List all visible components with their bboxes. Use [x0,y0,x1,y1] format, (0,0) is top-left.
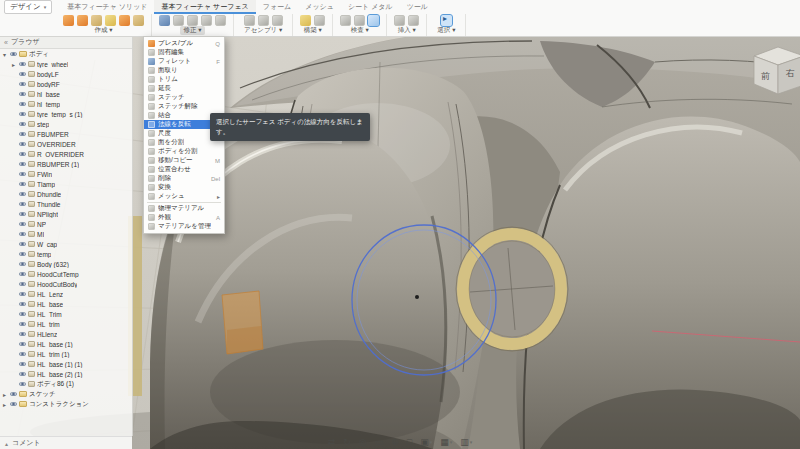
tab-0[interactable]: 基本フィーチャ ソリッド [60,0,154,14]
measure-icon[interactable] [340,15,351,26]
viewcube-right-label[interactable]: 右 [785,68,795,78]
visibility-eye-icon[interactable] [19,282,26,286]
orbit-icon[interactable]: ↻ [343,437,351,447]
revolve-icon[interactable] [77,15,88,26]
tree-row[interactable]: OVERRIDER [0,139,132,149]
comment-bar[interactable]: ▴ コメント [0,436,132,449]
visibility-eye-icon[interactable] [19,302,26,306]
design-menu-button[interactable]: デザイン ▾ [4,0,52,14]
fit-icon[interactable]: □ [407,437,412,447]
visibility-eye-icon[interactable] [10,402,17,406]
toolbar-group-label[interactable]: アセンブリ ▾ [241,26,285,35]
tree-row[interactable]: HL_base [0,299,132,309]
menu-item[interactable]: ステッチ解除 [144,102,224,111]
new-component-icon[interactable] [244,15,255,26]
tree-row[interactable]: HL_trim [0,319,132,329]
tree-row[interactable]: bodyLF [0,69,132,79]
menu-item[interactable]: トリム [144,75,224,84]
stitch-icon[interactable] [215,15,226,26]
zoom-icon[interactable]: ⊕ [391,437,399,447]
toolbar-group-label[interactable]: 検査 ▾ [348,26,372,35]
menu-item[interactable]: 延長 [144,84,224,93]
tree-row[interactable]: HL_Trim [0,309,132,319]
zoom-window-icon[interactable]: ▭ [375,437,384,447]
visibility-eye-icon[interactable] [19,62,26,66]
visibility-eye-icon[interactable] [19,182,26,186]
tree-row[interactable]: bodyRF [0,79,132,89]
tree-row[interactable]: temp [0,249,132,259]
tree-row[interactable]: step [0,119,132,129]
tree-row[interactable]: hl_base [0,89,132,99]
menu-item[interactable]: ボディを分割 [144,147,224,156]
tree-row[interactable]: HL_base (1) [0,339,132,349]
tree-row[interactable]: ▸コンストラクション [0,399,132,409]
visibility-eye-icon[interactable] [19,312,26,316]
tree-row[interactable]: FWin [0,169,132,179]
press-pull-icon[interactable] [159,15,170,26]
tab-5[interactable]: ツール [400,0,435,14]
visibility-eye-icon[interactable] [19,362,26,366]
visibility-eye-icon[interactable] [19,132,26,136]
viewcube[interactable]: 前 右 [744,42,800,106]
visibility-eye-icon[interactable] [19,342,26,346]
tree-row[interactable]: RBUMPER (1) [0,159,132,169]
tree-row[interactable]: ▸スケッチ [0,389,132,399]
menu-item[interactable]: 削除Del [144,174,224,183]
toolbar-group-label[interactable]: 作成 ▾ [91,26,115,35]
menu-item[interactable]: 物理マテリアル [144,204,224,213]
menu-item[interactable]: メッシュ▸ [144,192,224,201]
tree-row[interactable]: NP [0,219,132,229]
toolbar-group-label[interactable]: 挿入 ▾ [395,26,419,35]
tree-row[interactable]: Body (632) [0,259,132,269]
toolbar-group-label[interactable]: 構築 ▾ [301,26,325,35]
menu-item[interactable]: 面取り [144,66,224,75]
tree-row[interactable]: MI [0,229,132,239]
visibility-eye-icon[interactable] [19,382,26,386]
menu-item[interactable]: フィレットF [144,57,224,66]
pan-icon[interactable]: ⇄ [328,437,336,447]
tree-row[interactable]: HoodCutBody [0,279,132,289]
joint-icon[interactable] [258,15,269,26]
visibility-eye-icon[interactable] [19,372,26,376]
visibility-eye-icon[interactable] [19,82,26,86]
display-settings-icon[interactable]: ▣▾ [420,437,432,447]
loft-icon[interactable] [105,15,116,26]
section-analysis-icon[interactable] [354,15,365,26]
tree-row[interactable]: HLlenz [0,329,132,339]
insert-mesh-icon[interactable] [394,15,405,26]
visibility-eye-icon[interactable] [10,52,17,56]
menu-item[interactable]: 位置合わせ [144,165,224,174]
menu-item[interactable]: 移動/コピーM [144,156,224,165]
tree-row[interactable]: NPlight [0,209,132,219]
tree-row[interactable]: ボディ86 (1) [0,379,132,389]
menu-item[interactable]: ステッチ [144,93,224,102]
tree-row[interactable]: FBUMPER [0,129,132,139]
visibility-eye-icon[interactable] [19,192,26,196]
tree-row[interactable]: HL_Lenz [0,289,132,299]
look-at-icon[interactable]: ◎ [359,437,367,447]
visibility-eye-icon[interactable] [19,102,26,106]
tab-3[interactable]: メッシュ [298,0,341,14]
tree-row[interactable]: HL_base (2) (1) [0,369,132,379]
tree-row[interactable]: hl_temp [0,99,132,109]
rigid-group-icon[interactable] [272,15,283,26]
visibility-eye-icon[interactable] [19,322,26,326]
visibility-eye-icon[interactable] [19,172,26,176]
tab-1[interactable]: 基本フィーチャ サーフェス [154,0,255,14]
visibility-eye-icon[interactable] [19,252,26,256]
tree-row[interactable]: Thundle [0,199,132,209]
insert-canvas-icon[interactable] [408,15,419,26]
extend-icon[interactable] [201,15,212,26]
visibility-eye-icon[interactable] [19,122,26,126]
tree-row[interactable]: ▸tyre_wheel [0,59,132,69]
collapse-icon[interactable]: ▾ [3,51,10,58]
visibility-eye-icon[interactable] [19,92,26,96]
tab-4[interactable]: シート メタル [341,0,400,14]
patch-icon[interactable] [119,15,130,26]
viewports-icon[interactable]: ▥▾ [460,437,472,447]
visibility-eye-icon[interactable] [19,332,26,336]
tree-row[interactable]: Dhundle [0,189,132,199]
visibility-eye-icon[interactable] [19,222,26,226]
visibility-eye-icon[interactable] [19,352,26,356]
tree-row[interactable]: Tlamp [0,179,132,189]
